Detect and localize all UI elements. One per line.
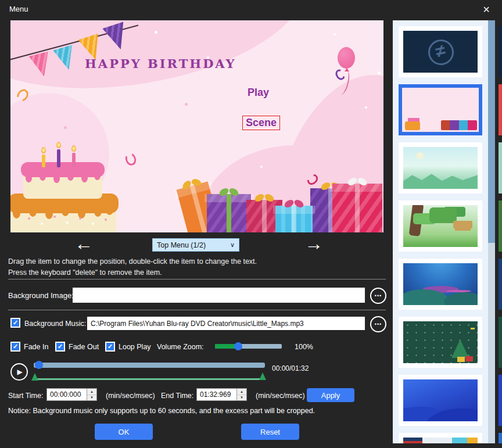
theme-list: [393, 20, 488, 443]
scrollbar-thumb[interactable]: [488, 20, 495, 243]
cake-sprinkles: [28, 217, 30, 220]
loop-play-checkbox[interactable]: ✓: [105, 342, 115, 352]
loop-play-label: Loop Play: [119, 343, 151, 351]
play-button[interactable]: ▶: [10, 363, 28, 381]
edge-sliver-none: [499, 26, 502, 77]
next-menu-arrow[interactable]: →: [304, 234, 323, 253]
browse-music-button[interactable]: •••: [370, 316, 386, 332]
fade-out-checkbox[interactable]: ✓: [55, 342, 65, 352]
theme-art-forest: [403, 205, 478, 247]
menu-preview-canvas[interactable]: HAPPY BIRTHDAY Play Scene: [10, 20, 383, 232]
menu-dialog: Menu × HAPPY BIRTHDAY Play Scene: [0, 0, 502, 448]
edge-sliver-christmas: [499, 317, 502, 368]
theme-thumbnail-birthday[interactable]: [399, 84, 482, 135]
spin-up-icon[interactable]: ▲: [237, 389, 246, 395]
fade-in-label: Fade In: [24, 343, 48, 351]
background-image-input[interactable]: [73, 288, 365, 303]
theme-thumbnail-none[interactable]: [399, 26, 482, 77]
theme-thumbnail-ocean[interactable]: [399, 259, 482, 310]
edge-sliver-waves: [499, 375, 502, 426]
theme-thumbnail-forest[interactable]: [399, 200, 482, 252]
start-time-spinner[interactable]: 00:00:000 ▲ ▼: [46, 388, 97, 401]
browse-image-button[interactable]: •••: [370, 288, 386, 304]
spin-down-icon[interactable]: ▼: [87, 395, 96, 401]
theme-art-ocean: [403, 263, 478, 305]
menu-play-item[interactable]: Play: [248, 87, 269, 99]
end-time-value: 01:32:969: [197, 389, 236, 400]
end-time-spinner[interactable]: 01:32:969 ▲ ▼: [196, 388, 247, 401]
theme-thumbnail-christmas[interactable]: [399, 317, 482, 368]
edge-sliver-mountain: [499, 142, 502, 193]
start-time-label: Start Time:: [8, 392, 43, 400]
trim-end-handle[interactable]: [259, 372, 266, 380]
spin-down-icon[interactable]: ▼: [237, 395, 246, 401]
menu-scene-item-selected[interactable]: Scene: [242, 116, 280, 130]
theme-art-mountain: [403, 147, 478, 189]
ok-button[interactable]: OK: [95, 424, 153, 440]
notice-text: Notice: Background music only supports u…: [8, 407, 315, 415]
happy-birthday-text: HAPPY BIRTHDAY: [85, 56, 236, 71]
start-time-value: 00:00:000: [47, 389, 87, 400]
divider: [8, 279, 386, 279]
close-icon[interactable]: ×: [478, 1, 495, 17]
trim-range-line: [35, 378, 264, 380]
window-title: Menu: [9, 5, 28, 13]
instruction-line-1: Drag the item to change the position, do…: [8, 257, 257, 266]
gift-box: [275, 206, 313, 232]
check-icon: ✓: [13, 320, 18, 326]
balloon-illustration: [338, 47, 355, 69]
background-music-input[interactable]: [87, 317, 365, 330]
apply-button[interactable]: Apply: [307, 388, 354, 402]
spinner-buttons: ▲ ▼: [87, 389, 96, 400]
cake-top-tier: [23, 165, 102, 199]
theme-art-christmas: [403, 321, 478, 363]
progress-slider-thumb[interactable]: [35, 361, 43, 369]
end-time-label: End Time:: [161, 392, 193, 400]
previous-menu-arrow[interactable]: ←: [74, 234, 93, 253]
trim-start-handle[interactable]: [31, 373, 38, 381]
cake-pink-frosting: [21, 162, 105, 177]
play-icon: ▶: [17, 368, 22, 376]
candle: [57, 149, 60, 167]
spinner-buttons: ▲ ▼: [236, 389, 246, 400]
instruction-line-2: Press the keyboard "delete" to remove th…: [8, 268, 162, 277]
time-display: 00:00/01:32: [272, 364, 309, 372]
theme-list-scrollbar[interactable]: [488, 20, 495, 443]
check-icon: ✓: [107, 343, 113, 350]
theme-thumbnail-waves[interactable]: [399, 375, 482, 426]
background-music-label: Background Music:: [24, 320, 86, 328]
edge-sliver-forest: [499, 200, 502, 252]
check-icon: ✓: [13, 343, 18, 350]
theme-art-birthday: [402, 88, 479, 132]
fade-in-checkbox[interactable]: ✓: [10, 342, 20, 352]
edge-sliver-ocean: [499, 259, 502, 310]
chevron-down-icon: ∨: [230, 241, 239, 249]
background-image-label: Background Image:: [8, 291, 74, 300]
edge-slivers: [499, 26, 502, 443]
volume-zoom-label: Volume Zoom:: [157, 343, 204, 351]
check-icon: ✓: [58, 343, 63, 350]
gift-box: [207, 194, 251, 232]
reset-button[interactable]: Reset: [241, 424, 299, 440]
theme-art-none: [403, 31, 478, 73]
candle: [42, 155, 45, 167]
confetti-streamer: [124, 152, 138, 167]
divider: [8, 310, 386, 310]
gift-box: [332, 184, 382, 232]
theme-art-partial: [403, 438, 478, 443]
background-music-checkbox[interactable]: ✓: [10, 318, 20, 328]
fade-out-label: Fade Out: [69, 343, 99, 351]
theme-art-waves: [403, 379, 478, 421]
progress-slider-track[interactable]: [34, 363, 265, 368]
menu-page-dropdown[interactable]: Top Menu (1/2) ∨: [152, 238, 239, 252]
menu-page-dropdown-value: Top Menu (1/2): [153, 241, 230, 249]
edge-sliver-partial: [499, 433, 502, 443]
theme-thumbnail-mountain[interactable]: [399, 142, 482, 193]
spin-up-icon[interactable]: ▲: [87, 389, 96, 395]
volume-percent-value: 100%: [295, 343, 313, 351]
gift-boxes-illustration: [181, 164, 383, 232]
theme-thumbnail-partial[interactable]: [399, 433, 482, 443]
volume-slider-thumb[interactable]: [234, 342, 242, 350]
cake-bottom-tier: [10, 196, 116, 232]
birthday-cake-illustration: [10, 156, 118, 232]
